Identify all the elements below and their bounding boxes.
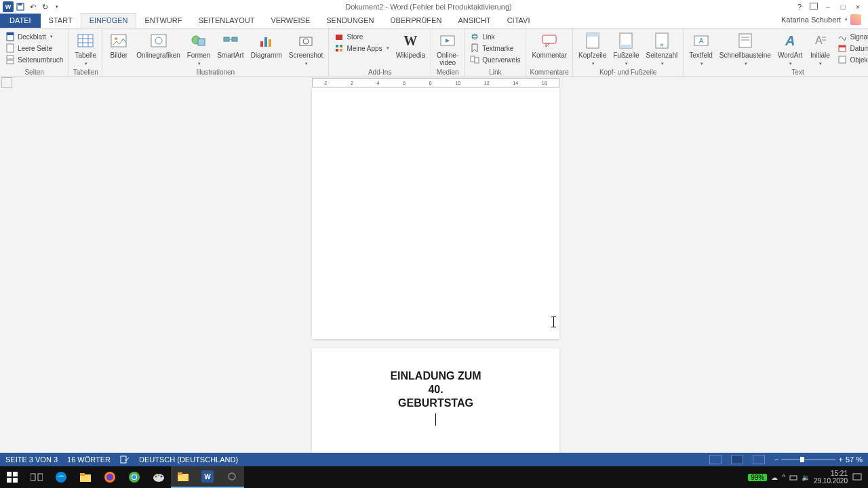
diagramm-button[interactable]: Diagramm bbox=[248, 30, 285, 60]
meine-apps-button[interactable]: Meine Apps▾ bbox=[333, 43, 390, 54]
tab-sendungen[interactable]: SENDUNGEN bbox=[318, 14, 382, 28]
tab-ansicht[interactable]: ANSICHT bbox=[450, 14, 498, 28]
redo-icon[interactable]: ↻ bbox=[39, 1, 50, 12]
view-read-mode-icon[interactable] bbox=[709, 455, 722, 464]
fusszeile-button[interactable]: Fußzeile▾ bbox=[610, 30, 642, 68]
svg-rect-27 bbox=[340, 45, 342, 47]
taskbar-chrome-icon[interactable] bbox=[122, 466, 146, 488]
zoom-slider[interactable] bbox=[781, 459, 835, 460]
tab-seitenlayout[interactable]: SEITENLAYOUT bbox=[190, 14, 262, 28]
seitenzahl-button[interactable]: #Seitenzahl▾ bbox=[644, 30, 681, 68]
svg-text:#: # bbox=[660, 42, 664, 48]
status-language[interactable]: DEUTSCH (DEUTSCHLAND) bbox=[139, 455, 238, 464]
kopfzeile-button[interactable]: Kopfzeile▾ bbox=[576, 30, 609, 68]
tray-volume-icon[interactable]: 🔉 bbox=[802, 474, 810, 481]
svg-rect-55 bbox=[839, 56, 846, 63]
taskbar-explorer-icon[interactable] bbox=[73, 466, 98, 488]
tray-network-icon[interactable] bbox=[789, 474, 797, 481]
ribbon-display-icon[interactable] bbox=[810, 3, 818, 9]
taskbar-firefox-icon[interactable] bbox=[98, 466, 122, 488]
tab-ueberpruefen[interactable]: ÜBERPRÜFEN bbox=[382, 14, 450, 28]
group-label: Tabellen bbox=[72, 68, 99, 77]
zoom-thumb[interactable] bbox=[800, 457, 804, 462]
textfeld-button[interactable]: ATextfeld▾ bbox=[686, 30, 715, 68]
onlinevideo-button[interactable]: Online- video bbox=[434, 30, 461, 68]
save-icon[interactable] bbox=[15, 1, 26, 12]
signaturzeile-button[interactable]: Signaturzeile▾ bbox=[836, 31, 868, 42]
kommentar-button[interactable]: Kommentar bbox=[529, 30, 570, 60]
formen-button[interactable]: Formen▾ bbox=[184, 30, 213, 68]
text-caret bbox=[435, 413, 436, 426]
status-page[interactable]: SEITE 3 VON 3 bbox=[5, 455, 58, 464]
view-web-layout-icon[interactable] bbox=[753, 455, 765, 464]
status-proofing-icon[interactable] bbox=[120, 455, 130, 464]
taskbar-edge-icon[interactable] bbox=[49, 466, 73, 488]
tray-clock[interactable]: 15:21 29.10.2020 bbox=[814, 470, 848, 485]
onlinegrafiken-button[interactable]: Onlinegrafiken bbox=[134, 30, 182, 60]
taskbar-explorer2-icon[interactable] bbox=[171, 466, 195, 488]
zoom-out-button[interactable]: − bbox=[774, 455, 778, 464]
status-word-count[interactable]: 16 WÖRTER bbox=[67, 455, 111, 464]
wikipedia-button[interactable]: WWikipedia bbox=[393, 30, 428, 60]
tab-citavi[interactable]: CITAVI bbox=[499, 14, 538, 28]
maximize-icon[interactable]: □ bbox=[838, 3, 848, 11]
tabelle-button[interactable]: Tabelle▾ bbox=[72, 30, 99, 68]
store-button[interactable]: Store bbox=[333, 31, 390, 42]
objekt-button[interactable]: Objekt▾ bbox=[836, 54, 868, 65]
bilder-button[interactable]: Bilder bbox=[105, 30, 132, 60]
system-tray: 99% ☁ ^ 🔉 15:21 29.10.2020 bbox=[748, 470, 868, 485]
datum-uhrzeit-button[interactable]: Datum und Uhrzeit bbox=[836, 43, 868, 54]
battery-indicator[interactable]: 99% bbox=[748, 474, 767, 481]
quickparts-icon bbox=[736, 31, 755, 50]
svg-rect-36 bbox=[475, 58, 479, 63]
minimize-icon[interactable]: − bbox=[823, 3, 833, 11]
seitenumbruch-button[interactable]: Seitenumbruch bbox=[4, 54, 64, 65]
svg-rect-19 bbox=[232, 37, 237, 41]
svg-rect-61 bbox=[31, 474, 35, 481]
blank-page-icon bbox=[5, 43, 15, 53]
tray-notifications-icon[interactable] bbox=[852, 472, 863, 482]
ruler-corner[interactable] bbox=[1, 77, 12, 88]
group-label: Kommentare bbox=[529, 68, 570, 77]
zoom-percent[interactable]: 57 % bbox=[846, 455, 863, 464]
wordart-button[interactable]: AWordArt▾ bbox=[775, 30, 806, 68]
taskbar-paint-icon[interactable] bbox=[146, 466, 171, 488]
task-view-icon[interactable] bbox=[24, 466, 49, 488]
tab-file[interactable]: DATEI bbox=[0, 14, 41, 28]
page-current[interactable]: EINLADUNG ZUM 40. GEBURTSTAG bbox=[312, 348, 559, 453]
object-icon bbox=[837, 55, 847, 64]
smartart-icon bbox=[221, 31, 240, 50]
tab-start[interactable]: START bbox=[41, 14, 81, 28]
page-previous[interactable] bbox=[312, 88, 559, 339]
document-area[interactable]: EINLADUNG ZUM 40. GEBURTSTAG bbox=[0, 88, 868, 453]
svg-text:A: A bbox=[815, 35, 823, 46]
initiale-button[interactable]: AInitiale▾ bbox=[806, 30, 833, 68]
leere-seite-button[interactable]: Leere Seite bbox=[4, 43, 64, 54]
svg-marker-38 bbox=[546, 43, 549, 47]
zoom-in-button[interactable]: + bbox=[838, 455, 842, 464]
link-button[interactable]: Link bbox=[469, 31, 521, 42]
querverweis-button[interactable]: Querverweis bbox=[469, 54, 521, 65]
horizontal-ruler[interactable]: 2 2 4 6 8 10 12 14 18 bbox=[312, 78, 559, 87]
undo-icon[interactable]: ↶ bbox=[27, 1, 38, 12]
account-menu[interactable]: Katarina Schubert ▾ bbox=[774, 12, 868, 28]
help-icon[interactable]: ? bbox=[795, 3, 804, 11]
schnellbausteine-button[interactable]: Schnellbausteine▾ bbox=[717, 30, 774, 68]
taskbar-obs-icon[interactable] bbox=[220, 466, 244, 488]
tab-entwurf[interactable]: ENTWURF bbox=[136, 14, 190, 28]
taskbar-word-icon[interactable]: W bbox=[195, 466, 220, 488]
smartart-button[interactable]: SmartArt bbox=[214, 30, 246, 60]
svg-rect-20 bbox=[260, 41, 263, 47]
start-button[interactable] bbox=[0, 466, 24, 488]
tray-chevron-up-icon[interactable]: ^ bbox=[782, 474, 785, 481]
chevron-down-icon: ▾ bbox=[845, 17, 848, 22]
screenshot-button[interactable]: Screenshot▾ bbox=[286, 30, 326, 68]
textmarke-button[interactable]: Textmarke bbox=[469, 43, 521, 54]
view-print-layout-icon[interactable] bbox=[731, 455, 743, 464]
tab-einfuegen[interactable]: EINFÜGEN bbox=[81, 13, 137, 28]
tray-cloud-icon[interactable]: ☁ bbox=[771, 474, 778, 481]
close-icon[interactable]: × bbox=[853, 3, 863, 11]
qat-customize-icon[interactable]: ▾ bbox=[52, 1, 62, 12]
deckblatt-button[interactable]: Deckblatt▾ bbox=[4, 31, 64, 42]
tab-verweise[interactable]: VERWEISE bbox=[262, 14, 318, 28]
